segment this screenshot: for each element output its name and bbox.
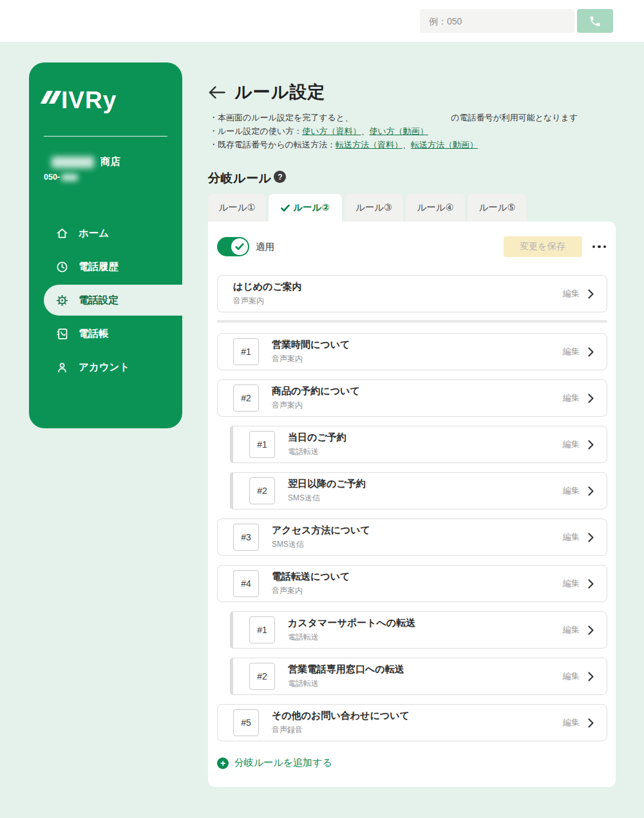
tab-rule-5[interactable]: ルール⑤ xyxy=(468,194,527,222)
howto-video-link[interactable]: 使い方（動画） xyxy=(370,126,428,136)
chevron-right-icon xyxy=(588,718,594,728)
edit-button[interactable]: 編集 xyxy=(563,392,580,404)
account-shop-row: 商店 xyxy=(44,155,120,169)
apply-toggle[interactable] xyxy=(217,237,249,256)
chevron-right-icon xyxy=(588,579,594,589)
rule-title: カスタマーサポートへの転送 xyxy=(288,617,415,629)
chevron-right-icon xyxy=(588,394,594,403)
chevron-right-icon xyxy=(588,440,594,450)
apply-label: 適用 xyxy=(256,241,274,253)
edit-button[interactable]: 編集 xyxy=(563,531,580,543)
note-text: 、 xyxy=(402,140,411,149)
rule-title: 営業時間について xyxy=(272,339,350,351)
tab-rule-1[interactable]: ルール① xyxy=(208,194,266,222)
shop-name-suffix: 商店 xyxy=(100,155,120,169)
rule-number-badge: #1 xyxy=(249,616,275,643)
rule-subtitle: 電話転送 xyxy=(288,632,415,643)
note-text: ・ルール設定の使い方： xyxy=(209,126,302,136)
sidebar: IVRy 商店 050- ホーム 電話履歴 電話設定 xyxy=(29,62,182,428)
edit-button[interactable]: 編集 xyxy=(563,671,580,682)
logo-slash-icon xyxy=(44,91,58,104)
sidebar-item-call-history[interactable]: 電話履歴 xyxy=(29,251,182,282)
help-icon[interactable]: ? xyxy=(274,171,286,183)
gear-icon xyxy=(55,294,69,307)
chevron-right-icon xyxy=(588,486,594,496)
sidebar-item-account[interactable]: アカウント xyxy=(29,352,182,383)
note-text: ・本画面のルール設定を完了すると、 xyxy=(209,113,353,122)
app-root: IVRy 商店 050- ホーム 電話履歴 電話設定 xyxy=(0,0,644,818)
rule-number-badge: #2 xyxy=(249,477,275,504)
chevron-right-icon xyxy=(588,672,594,681)
more-menu-button[interactable] xyxy=(591,242,608,252)
tab-rule-3[interactable]: ルール③ xyxy=(345,194,403,222)
header-notes: ・本画面のルール設定を完了すると、の電話番号が利用可能となります ・ルール設定の… xyxy=(209,111,578,151)
rule-card[interactable]: #3 アクセス方法について SMS送信 編集 xyxy=(217,518,607,556)
rule-subtitle: SMS送信 xyxy=(288,493,366,504)
rule-number-badge: #5 xyxy=(233,709,259,736)
call-button[interactable] xyxy=(577,9,613,33)
chevron-right-icon xyxy=(588,625,594,635)
account-icon xyxy=(55,361,69,374)
rule-subtitle: SMS送信 xyxy=(272,539,370,550)
section-title: 分岐ルール xyxy=(208,170,271,187)
tab-label: ルール③ xyxy=(355,202,392,214)
note-text: の電話番号が利用可能となります xyxy=(451,113,578,122)
tab-rule-4[interactable]: ルール④ xyxy=(406,194,465,222)
rule-card[interactable]: #5 その他のお問い合わせについて 音声録音 編集 xyxy=(217,704,607,741)
tab-rule-2[interactable]: ルール② xyxy=(269,194,342,222)
tab-label: ルール⑤ xyxy=(478,202,515,214)
branch-rules-section-head: 分岐ルール ? xyxy=(208,170,286,187)
back-button[interactable] xyxy=(208,85,225,100)
rule-card[interactable]: #1 営業時間について 音声案内 編集 xyxy=(217,333,607,370)
ivry-logo: IVRy xyxy=(44,88,117,112)
rule-title: 翌日以降のご予約 xyxy=(288,478,366,490)
note-line: ・既存電話番号からの転送方法：転送方法（資料）、転送方法（動画） xyxy=(209,138,578,151)
rule-number-badge: #2 xyxy=(249,663,275,690)
intro-guidance-card[interactable]: はじめのご案内 音声案内 編集 xyxy=(217,275,607,312)
edit-button[interactable]: 編集 xyxy=(563,578,580,589)
edit-button[interactable]: 編集 xyxy=(563,439,580,450)
sidebar-item-phone-settings[interactable]: 電話設定 xyxy=(44,285,182,316)
rule-number-badge: #1 xyxy=(249,431,275,458)
save-changes-button[interactable]: 変更を保存 xyxy=(504,236,582,257)
list-divider xyxy=(217,320,607,323)
rule-panel: 適用 変更を保存 はじめのご案内 音声案内 編集 #1 xyxy=(208,222,616,787)
chevron-right-icon xyxy=(588,289,594,299)
rule-card[interactable]: #1 当日のご予約 電話転送 編集 xyxy=(230,426,607,463)
rule-card[interactable]: #2 商品の予約について 音声案内 編集 xyxy=(217,379,607,417)
rule-title: 商品の予約について xyxy=(272,385,360,397)
forward-video-link[interactable]: 転送方法（動画） xyxy=(411,140,478,149)
edit-button[interactable]: 編集 xyxy=(563,346,580,357)
phonebook-icon xyxy=(55,327,69,341)
sidebar-item-label: 電話履歴 xyxy=(79,260,118,274)
add-rule-label: 分岐ルールを追加する xyxy=(234,757,332,769)
howto-doc-link[interactable]: 使い方（資料） xyxy=(302,126,361,136)
add-branch-rule-button[interactable]: + 分岐ルールを追加する xyxy=(217,757,607,769)
redacted-blur xyxy=(61,174,78,181)
tab-label: ルール④ xyxy=(417,202,453,214)
rule-title: アクセス方法について xyxy=(272,524,370,537)
rule-card[interactable]: #4 電話転送について 音声案内 編集 xyxy=(217,565,607,602)
edit-button[interactable]: 編集 xyxy=(563,485,580,497)
edit-button[interactable]: 編集 xyxy=(563,624,580,636)
sidebar-item-home[interactable]: ホーム xyxy=(29,218,182,249)
phone-prefix: 050- xyxy=(44,173,60,182)
rule-card[interactable]: #1 カスタマーサポートへの転送 電話転送 編集 xyxy=(230,611,607,649)
account-phone-row: 050- xyxy=(44,173,78,182)
edit-button[interactable]: 編集 xyxy=(563,717,580,728)
forward-doc-link[interactable]: 転送方法（資料） xyxy=(336,140,402,149)
rule-card[interactable]: #2 翌日以降のご予約 SMS送信 編集 xyxy=(230,472,607,509)
plus-icon: + xyxy=(217,757,229,769)
rule-subtitle: 音声案内 xyxy=(272,585,350,596)
rule-title: その他のお問い合わせについて xyxy=(272,710,410,722)
rule-card[interactable]: #2 営業電話専用窓口への転送 電話転送 編集 xyxy=(230,658,607,695)
toggle-check-icon xyxy=(231,238,248,255)
logo-text: IVRy xyxy=(61,88,117,112)
sidebar-item-phonebook[interactable]: 電話帳 xyxy=(29,318,182,349)
rule-title: 電話転送について xyxy=(272,571,350,583)
edit-button[interactable]: 編集 xyxy=(563,288,580,300)
phone-number-input[interactable] xyxy=(420,9,574,33)
topbar xyxy=(0,0,644,42)
check-icon xyxy=(281,204,290,212)
rule-subtitle: 音声案内 xyxy=(272,400,360,411)
